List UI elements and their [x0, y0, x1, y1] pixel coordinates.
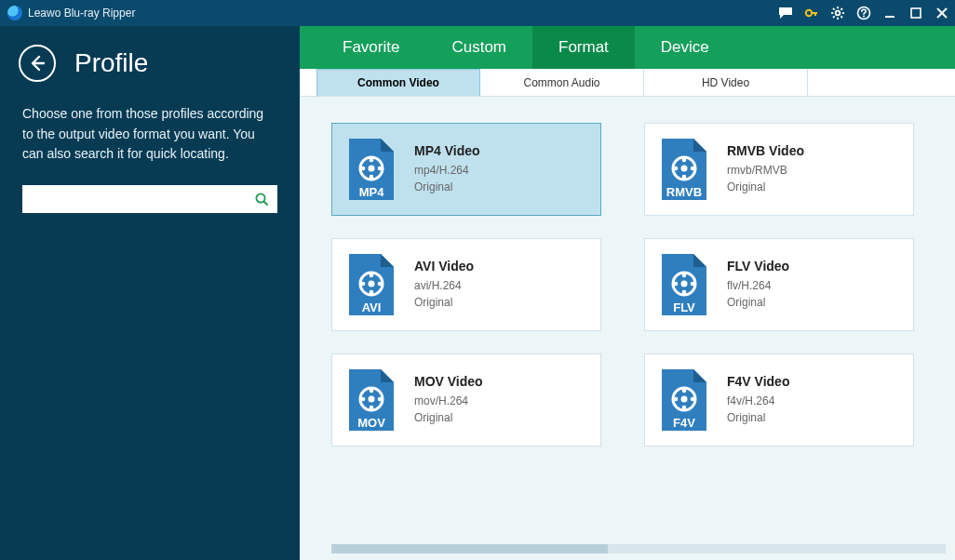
- app-logo-icon: [7, 6, 22, 20]
- format-name: AVI Video: [414, 259, 474, 273]
- format-card-avi[interactable]: AVI AVI Video avi/H.264 Original: [331, 238, 601, 331]
- svg-point-30: [691, 167, 695, 171]
- svg-point-40: [681, 281, 688, 287]
- sub-tabs: Common Video Common Audio HD Video: [300, 69, 955, 97]
- svg-point-51: [378, 397, 383, 402]
- format-quality: Original: [727, 294, 789, 311]
- close-button[interactable]: [929, 0, 955, 26]
- svg-point-26: [681, 166, 688, 172]
- svg-point-19: [369, 166, 375, 172]
- format-name: F4V Video: [727, 374, 789, 389]
- format-encoding: avi/H.264: [414, 277, 474, 294]
- category-tabs: Favorite Custom Format Device: [300, 26, 955, 69]
- page-title: Profile: [74, 48, 148, 78]
- svg-point-27: [682, 158, 687, 163]
- svg-point-54: [681, 396, 688, 403]
- search-input[interactable]: [22, 185, 246, 213]
- svg-line-8: [841, 8, 842, 10]
- format-quality: Original: [414, 409, 483, 426]
- tab-format[interactable]: Format: [532, 26, 635, 69]
- svg-point-37: [378, 282, 383, 287]
- file-type-icon: AVI: [345, 252, 397, 317]
- svg-text:FLV: FLV: [673, 300, 695, 314]
- help-icon[interactable]: [851, 0, 877, 26]
- format-encoding: rmvb/RMVB: [727, 162, 804, 179]
- back-button[interactable]: [19, 45, 56, 82]
- svg-point-33: [369, 281, 375, 287]
- search-button[interactable]: [246, 185, 277, 213]
- svg-point-1: [836, 11, 841, 16]
- svg-point-56: [682, 406, 687, 410]
- subtab-hd-video[interactable]: HD Video: [644, 69, 808, 96]
- svg-point-34: [370, 273, 374, 278]
- settings-gear-icon[interactable]: [825, 0, 851, 26]
- svg-point-28: [682, 175, 687, 180]
- svg-point-0: [806, 10, 812, 16]
- svg-point-58: [691, 397, 695, 402]
- format-card-f4v[interactable]: F4V F4V Video f4v/H.264 Original: [644, 353, 914, 447]
- key-icon[interactable]: [799, 0, 825, 26]
- svg-text:AVI: AVI: [362, 300, 382, 314]
- svg-line-6: [833, 8, 835, 10]
- svg-point-22: [361, 167, 366, 171]
- maximize-button[interactable]: [903, 0, 929, 26]
- svg-point-57: [674, 397, 679, 402]
- file-type-icon: FLV: [658, 252, 710, 317]
- tab-device[interactable]: Device: [635, 26, 735, 69]
- format-name: RMVB Video: [727, 143, 804, 158]
- svg-point-43: [674, 282, 679, 287]
- svg-point-29: [674, 167, 679, 171]
- file-type-icon: RMVB: [658, 137, 710, 202]
- svg-point-11: [863, 16, 865, 18]
- main-panel: Favorite Custom Format Device Common Vid…: [300, 26, 955, 560]
- svg-text:F4V: F4V: [673, 416, 695, 430]
- svg-point-55: [682, 389, 687, 393]
- svg-point-50: [361, 397, 366, 402]
- titlebar: Leawo Blu-ray Ripper: [0, 0, 955, 26]
- subtab-common-video[interactable]: Common Video: [316, 69, 480, 96]
- svg-line-9: [833, 16, 835, 18]
- svg-point-47: [369, 396, 375, 403]
- sidebar-description: Choose one from those profiles according…: [22, 104, 277, 165]
- format-name: MP4 Video: [414, 143, 480, 158]
- format-quality: Original: [414, 294, 474, 311]
- sidebar: Profile Choose one from those profiles a…: [0, 26, 300, 560]
- search-box: [22, 185, 277, 213]
- svg-point-49: [370, 406, 374, 410]
- format-quality: Original: [727, 179, 804, 195]
- format-card-mov[interactable]: MOV MOV Video mov/H.264 Original: [331, 353, 601, 447]
- svg-line-7: [841, 16, 842, 18]
- svg-text:MP4: MP4: [359, 185, 385, 199]
- format-encoding: mp4/H.264: [414, 162, 480, 179]
- svg-point-48: [370, 389, 374, 393]
- svg-point-42: [682, 290, 687, 295]
- svg-rect-13: [911, 8, 921, 18]
- app-title: Leawo Blu-ray Ripper: [28, 7, 135, 20]
- svg-point-35: [370, 290, 374, 295]
- tab-favorite[interactable]: Favorite: [316, 26, 425, 69]
- tab-custom[interactable]: Custom: [425, 26, 532, 69]
- format-encoding: mov/H.264: [414, 393, 483, 409]
- svg-point-20: [370, 158, 374, 163]
- feedback-icon[interactable]: [773, 0, 799, 26]
- format-quality: Original: [727, 409, 789, 426]
- format-card-mp4[interactable]: MP4 MP4 Video mp4/H.264 Original: [331, 123, 601, 216]
- svg-text:MOV: MOV: [357, 416, 385, 430]
- svg-text:RMVB: RMVB: [666, 185, 702, 199]
- format-name: FLV Video: [727, 259, 789, 273]
- format-encoding: f4v/H.264: [727, 393, 789, 409]
- horizontal-scrollbar[interactable]: [300, 543, 955, 560]
- format-card-rmvb[interactable]: RMVB RMVB Video rmvb/RMVB Original: [644, 123, 914, 216]
- svg-line-17: [264, 202, 268, 206]
- subtab-common-audio[interactable]: Common Audio: [480, 69, 644, 96]
- svg-point-21: [370, 175, 374, 180]
- format-encoding: flv/H.264: [727, 277, 789, 294]
- svg-point-44: [691, 282, 695, 287]
- svg-point-36: [361, 282, 366, 287]
- file-type-icon: F4V: [658, 367, 710, 433]
- format-card-flv[interactable]: FLV FLV Video flv/H.264 Original: [644, 238, 914, 331]
- minimize-button[interactable]: [877, 0, 903, 26]
- file-type-icon: MP4: [345, 137, 397, 202]
- svg-point-23: [378, 167, 383, 171]
- file-type-icon: MOV: [345, 367, 397, 433]
